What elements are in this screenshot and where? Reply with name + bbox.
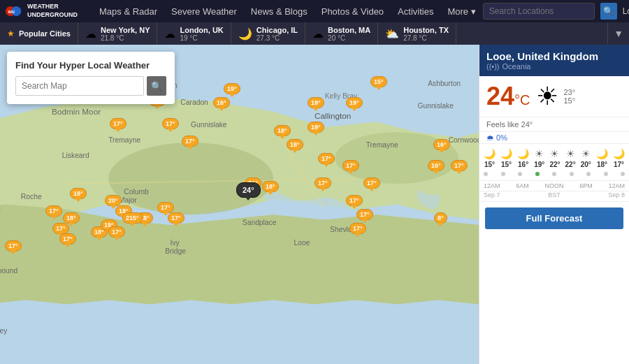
time-dates: Sep 7 BST Sep 8 <box>479 191 629 202</box>
time-noon: NOON <box>545 182 564 189</box>
weather-pin[interactable]: 18° <box>287 139 303 150</box>
weather-pin[interactable]: 17° <box>108 226 125 238</box>
search-map-button[interactable]: 🔍 <box>147 76 166 96</box>
nav-news-blogs[interactable]: News & Blogs <box>244 6 314 17</box>
svg-text:Looe: Looe <box>294 239 310 247</box>
nav-maps-radar[interactable]: Maps & Radar <box>92 6 164 17</box>
weather-pin[interactable]: 17° <box>110 118 126 129</box>
search-map-input[interactable] <box>15 76 144 96</box>
weather-pin[interactable]: 18° <box>274 125 291 136</box>
hourly-icon: 🌙 <box>517 148 529 159</box>
weather-pin[interactable]: 17° <box>346 195 363 206</box>
precip-icon: 🌧 <box>486 133 494 142</box>
weather-pin[interactable]: 17° <box>356 209 373 220</box>
logo[interactable]: wu WEATHER UNDERGROUND <box>6 1 85 21</box>
weather-icon-main: ☀ <box>536 82 558 111</box>
weather-pin[interactable]: 19° <box>224 83 240 94</box>
hourly-row: 🌙 15° 🌙 15° 🌙 16° ☀ 19° ☀ 22° ☀ 22° ☀ 20… <box>484 147 625 168</box>
weather-pin[interactable]: 19° <box>308 97 324 108</box>
tab-new-york[interactable]: ☁ New York, NY 21.8 °C <box>78 22 158 45</box>
full-forecast-button[interactable]: Full Forecast <box>485 208 623 229</box>
left-panel: Find Your Hyper Local Weather 🔍 <box>7 52 175 104</box>
weather-pin[interactable]: 16° <box>433 139 450 150</box>
nav-severe-weather[interactable]: Severe Weather <box>164 6 244 17</box>
svg-text:Roche: Roche <box>21 193 42 201</box>
tab-arrow-button[interactable]: ▼ <box>607 22 629 45</box>
weather-pin[interactable]: 17° <box>314 177 331 189</box>
weather-pin[interactable]: 19° <box>308 122 324 133</box>
hourly-item: 🌙 17° <box>613 147 625 168</box>
weather-pin[interactable]: 17° <box>363 177 380 189</box>
hourly-dot-item <box>570 170 574 177</box>
tab-houston[interactable]: ⛅ Houston, TX 27.8 °C <box>378 22 456 45</box>
search-locations-input[interactable] <box>483 3 595 20</box>
precipitation: 🌧 0% <box>479 132 629 144</box>
weather-pin[interactable]: 17° <box>52 223 69 234</box>
main-area: Bodmin Moor Caradon Kelly Bray Gunnislak… <box>0 45 629 364</box>
weather-region: Oceania <box>503 62 531 71</box>
svg-text:Caradon: Caradon <box>180 99 208 106</box>
weather-pin[interactable]: 17° <box>318 153 335 164</box>
hourly-dot <box>535 172 540 176</box>
tab-london[interactable]: ☁ London, UK 19 °C <box>157 22 231 45</box>
weather-pin[interactable]: 18° <box>70 188 87 199</box>
weather-pin[interactable]: 18° <box>262 181 279 192</box>
header-right: 🔍 Log in | Join ⚙ <box>483 3 629 20</box>
svg-text:Cornwood: Cornwood <box>449 136 482 144</box>
weather-pin[interactable]: 15° <box>370 76 387 87</box>
high-temp: 23° <box>564 88 576 96</box>
weather-pin[interactable]: 17° <box>182 136 198 147</box>
date-sep8: Sep 8 <box>608 191 625 198</box>
hourly-item: ☀ 22° <box>549 147 560 168</box>
time-12am-end: 12AM <box>608 182 625 189</box>
weather-pin[interactable]: 18° <box>63 212 80 224</box>
time-labels: 12AM 6AM NOON 6PM 12AM <box>479 181 629 191</box>
hourly-item: ☀ 19° <box>534 147 544 168</box>
boston-weather-icon: ☁ <box>312 27 324 41</box>
weather-pin[interactable]: 16° <box>428 160 444 171</box>
svg-text:Gunnislake: Gunnislake <box>417 102 454 110</box>
weather-pin[interactable]: 20° <box>105 195 122 206</box>
weather-pin[interactable]: 17° <box>162 118 179 129</box>
feels-like: Feels like 24° <box>479 117 629 132</box>
star-icon: ★ <box>7 29 15 38</box>
search-locations-button[interactable]: 🔍 <box>600 3 617 20</box>
selected-weather-pin[interactable]: 24° <box>236 182 261 198</box>
weather-pin[interactable]: 19° <box>346 97 363 108</box>
left-panel-title: Find Your Hyper Local Weather <box>15 60 166 71</box>
svg-text:Kestle Mil: Kestle Mil <box>0 205 1 213</box>
weather-pin[interactable]: 17° <box>342 160 359 171</box>
weather-pin[interactable]: 17° <box>349 223 366 234</box>
tab-popular-cities[interactable]: ★ Popular Cities <box>0 22 78 45</box>
weather-card: Looe, United Kingdom ((•)) Oceania 24°C … <box>479 45 629 364</box>
weather-pin[interactable]: 17° <box>168 212 185 224</box>
london-temp: 19 °C <box>180 34 223 42</box>
weather-pin[interactable]: 215° <box>122 212 143 224</box>
logo-text: WEATHER UNDERGROUND <box>27 3 85 19</box>
weather-pin[interactable]: 17° <box>5 240 22 252</box>
weather-pin[interactable]: 17° <box>157 202 174 213</box>
weather-pin[interactable]: 17° <box>451 160 468 171</box>
weather-pin[interactable]: 17° <box>45 205 62 217</box>
nav-photos-video[interactable]: Photos & Video <box>314 6 391 17</box>
nav-more[interactable]: More ▾ <box>440 6 482 17</box>
tab-chicago[interactable]: 🌙 Chicago, IL 27.3 °C <box>231 22 305 45</box>
weather-pin[interactable]: 8° <box>434 212 447 224</box>
weather-pin[interactable]: 16° <box>213 97 230 108</box>
hourly-temp: 22° <box>565 161 576 168</box>
hourly-item: ☀ 22° <box>565 147 576 168</box>
hourly-icon: ☀ <box>581 148 591 159</box>
hourly-dot-item <box>501 170 505 177</box>
hourly-icon: ☀ <box>550 148 559 159</box>
search-map-container: 🔍 <box>15 76 166 96</box>
tab-boston[interactable]: ☁ Boston, MA 20 °C <box>305 22 378 45</box>
svg-text:Tremayne: Tremayne <box>366 141 398 149</box>
time-6am: 6AM <box>516 182 529 189</box>
nav-activities[interactable]: Activities <box>391 6 440 17</box>
hourly-item: 🌙 15° <box>484 147 496 168</box>
svg-text:Callington: Callington <box>314 111 351 120</box>
boston-temp: 20 °C <box>328 34 370 42</box>
weather-pin[interactable]: 17° <box>59 233 76 245</box>
hourly-temp: 18° <box>597 161 607 168</box>
login-link[interactable]: Log in | Join <box>623 6 629 16</box>
